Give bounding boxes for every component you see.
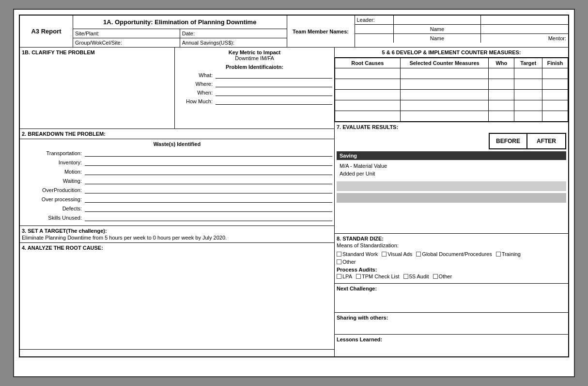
cb-global-doc-box[interactable] xyxy=(416,252,421,257)
table-row xyxy=(335,79,568,90)
col-root-causes: Root Causes xyxy=(335,58,401,68)
saving-gray-bar1 xyxy=(337,181,566,191)
next-challenge-title: Next Challenge: xyxy=(337,286,566,291)
lessons-title: Lessons Learned: xyxy=(337,337,566,342)
table-row xyxy=(335,111,568,122)
waste-over-processing: Over processing: xyxy=(22,196,85,202)
standardize-title: 8. STANDAR DIZE: xyxy=(337,236,566,241)
waste-transportation: Transportation: xyxy=(22,150,85,156)
cb-global-doc-label: Global Document/Procedures xyxy=(422,251,492,257)
cb-visual-ads[interactable]: Visual Ads xyxy=(382,251,412,257)
cb-5s-audit[interactable]: 5S Audit xyxy=(403,273,429,279)
cb-standard-work-box[interactable] xyxy=(337,252,341,257)
cb-other-label: Other xyxy=(342,259,356,265)
what-label: What: xyxy=(177,72,216,78)
savings-field: Annual Savings(US$): xyxy=(180,38,287,47)
counter-measures-header: 5 & 6 DEVELOP & IMPLEMENT COUNTER MEASUR… xyxy=(335,48,568,58)
when-label: When: xyxy=(177,90,216,96)
waste-transportation-line xyxy=(85,150,332,157)
cb-lpa-label: LPA xyxy=(342,273,352,279)
cb-lpa-box[interactable] xyxy=(337,274,341,279)
waste-skills-line xyxy=(85,214,332,221)
cb-tpm[interactable]: TPM Check List xyxy=(356,273,400,279)
key-metric-title: Key Metric to Impact xyxy=(177,49,332,55)
cb-other-audit-box[interactable] xyxy=(433,274,438,279)
prob-id-title: Problem Identificaiotn: xyxy=(177,64,332,70)
section-3-title: 3. SET A TARGET(The challenge): xyxy=(22,228,332,234)
how-much-label: How Much: xyxy=(177,98,216,104)
cb-training-box[interactable] xyxy=(496,252,501,257)
table-row xyxy=(335,90,568,100)
section-1b-title: 1B. CLARIFY THE PROBLEM xyxy=(22,49,172,55)
evaluate-title: 7. EVALUATE RESULTS: xyxy=(337,124,566,130)
after-box: AFTER xyxy=(527,133,566,149)
report-title: 1A. Opportunity: Elimination of Planning… xyxy=(73,16,287,29)
waste-over-processing-line xyxy=(85,196,332,203)
cb-other[interactable]: Other xyxy=(337,259,356,265)
cb-lpa[interactable]: LPA xyxy=(337,273,352,279)
blank-label2 xyxy=(355,34,394,43)
waste-waiting: Waiting: xyxy=(22,178,85,184)
cb-tpm-label: TPM Check List xyxy=(362,273,400,279)
section-2-title: 2. BREAKDOWN THE PROBLEM: xyxy=(20,129,334,139)
waste-motion-line xyxy=(85,168,332,175)
cb-global-doc[interactable]: Global Document/Procedures xyxy=(416,251,492,257)
waste-overproduction-line xyxy=(85,187,332,193)
cb-training-label: Training xyxy=(502,251,521,257)
wastes-title: Waste(s) Identified xyxy=(22,141,332,147)
waste-defects-line xyxy=(85,205,332,212)
cb-other-box[interactable] xyxy=(337,259,341,264)
cb-training[interactable]: Training xyxy=(496,251,521,257)
group-field: Group/WokCel/Site: xyxy=(73,38,180,47)
cb-tpm-box[interactable] xyxy=(356,274,361,279)
blank-col2 xyxy=(481,25,568,33)
cb-visual-ads-label: Visual Ads xyxy=(387,251,412,257)
waste-skills-unused: Skills Unused: xyxy=(22,215,85,221)
date-field: Date: xyxy=(180,29,287,38)
waste-inventory-line xyxy=(85,159,332,166)
how-much-line xyxy=(216,98,332,105)
name-col1 xyxy=(394,16,481,24)
cb-other-audit[interactable]: Other xyxy=(433,273,452,279)
saving-bar: Saving xyxy=(337,151,566,160)
cb-standard-work-label: Standard Work xyxy=(342,251,378,257)
waste-inventory: Inventory: xyxy=(22,160,85,165)
cb-visual-ads-box[interactable] xyxy=(382,252,387,257)
col-selected-counter: Selected Counter Measures xyxy=(400,58,489,68)
a3-report-label: A3 Report xyxy=(20,16,73,47)
before-box: BEFORE xyxy=(489,133,527,149)
col-target: Target xyxy=(514,58,542,68)
mentor-label: Mentor: xyxy=(481,34,568,43)
site-plant-field: Site/Plant: xyxy=(73,29,180,38)
sharing-title: Sharing with others: xyxy=(337,315,566,321)
saving-text2: Added per Unit xyxy=(337,170,566,177)
name-val1: Name xyxy=(394,25,481,33)
team-member-names: Team Member Names: xyxy=(287,16,355,47)
process-audits-label: Process Audits: xyxy=(337,267,566,273)
what-line xyxy=(216,72,332,79)
cb-5s-audit-label: 5S Audit xyxy=(409,273,429,279)
blank-label1 xyxy=(355,25,394,33)
waste-overproduction: OverProducition: xyxy=(22,187,85,193)
when-line xyxy=(216,89,332,96)
table-row xyxy=(335,68,568,79)
section-4-title: 4. ANALYZE THE ROOT CAUSE: xyxy=(22,245,332,251)
col-who: Who xyxy=(489,58,514,68)
name-val2: Name xyxy=(394,34,481,43)
table-row xyxy=(335,100,568,111)
cb-other-audit-label: Other xyxy=(439,273,452,279)
waste-motion: Motion: xyxy=(22,169,85,175)
leader-label: Leader: xyxy=(355,16,394,24)
waste-defects: Defects: xyxy=(22,206,85,211)
section-3-text: Eliminate Planning Downtime from 5 hours… xyxy=(22,235,332,241)
empty-col1 xyxy=(481,16,568,24)
col-finish: Finish xyxy=(542,58,568,68)
saving-gray-bar2 xyxy=(337,193,566,203)
means-label: Means of Standardization: xyxy=(337,242,566,248)
cb-5s-audit-box[interactable] xyxy=(403,274,408,279)
saving-text1: M/A - Material Value xyxy=(337,162,566,170)
cb-standard-work[interactable]: Standard Work xyxy=(337,251,378,257)
key-metric-subtitle: Downtime IM/FA xyxy=(177,55,332,61)
where-label: Where: xyxy=(177,81,216,87)
where-line xyxy=(216,80,332,87)
